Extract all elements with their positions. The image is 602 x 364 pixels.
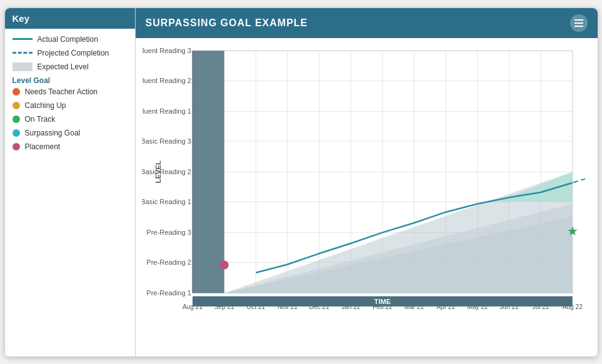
surpassing-dot (13, 129, 20, 137)
expected-level-label: Expected Level (38, 62, 89, 71)
x-axis-label: TIME (374, 297, 391, 305)
y-axis-label: LEVEL (154, 160, 162, 183)
y-label-pr2: Pre-Reading 2 (146, 258, 191, 266)
goal-star: ★ (566, 224, 578, 238)
actual-completion-icon (13, 38, 33, 40)
actual-completion-label: Actual Completion (38, 35, 98, 44)
y-label-br2: Basic Reading 2 (142, 168, 191, 175)
menu-line-3 (574, 26, 583, 27)
y-label-fr1: Fluent Reading 1 (142, 107, 191, 115)
y-label-fr3: Fluent Reading 3 (142, 47, 191, 54)
chart-panel: SURPASSING GOAL EXAMPLE (136, 7, 598, 357)
on-track-dot (13, 116, 20, 123)
key-needs-teacher: Needs Teacher Action (13, 87, 128, 96)
key-projected-completion: Projected Completion (13, 49, 128, 57)
chart-title: SURPASSING GOAL EXAMPLE (146, 17, 308, 29)
needs-teacher-label: Needs Teacher Action (25, 87, 98, 96)
left-bar (193, 51, 224, 293)
chart-svg: Pre-Reading 1 Pre-Reading 2 Pre-Reading … (142, 44, 585, 338)
y-label-fr2: Fluent Reading 2 (142, 77, 191, 84)
projected-completion-label: Projected Completion (38, 49, 109, 57)
placement-dot (13, 143, 20, 150)
surpassing-label: Surpassing Goal (25, 129, 81, 137)
placement-dot (219, 260, 228, 269)
key-title: Key (5, 8, 135, 29)
key-on-track: On Track (13, 115, 128, 124)
chart-header: SURPASSING GOAL EXAMPLE (136, 8, 598, 38)
projected-completion-icon (13, 52, 33, 54)
placement-label: Placement (25, 142, 61, 151)
level-goal-label: Level Goal (13, 76, 128, 85)
key-catching-up: Catching Up (13, 101, 128, 110)
menu-line-1 (574, 19, 583, 21)
key-actual-completion: Actual Completion (13, 35, 128, 44)
y-label-pr3: Pre-Reading 3 (146, 229, 191, 236)
key-placement: Placement (13, 142, 128, 151)
menu-line-2 (574, 22, 583, 24)
main-container: Key Actual Completion Projected Completi… (4, 7, 598, 357)
catching-up-label: Catching Up (25, 101, 66, 110)
y-label-br3: Basic Reading 3 (142, 137, 191, 145)
y-label-br1: Basic Reading 1 (142, 198, 191, 205)
expected-level-icon (13, 62, 33, 71)
catching-up-dot (13, 102, 20, 109)
chart-area: Pre-Reading 1 Pre-Reading 2 Pre-Reading … (136, 38, 598, 357)
key-panel: Key Actual Completion Projected Completi… (4, 7, 136, 357)
needs-teacher-dot (13, 88, 20, 96)
key-expected-level: Expected Level (13, 62, 128, 71)
key-surpassing: Surpassing Goal (13, 129, 128, 137)
y-label-pr1: Pre-Reading 1 (146, 289, 191, 297)
on-track-label: On Track (25, 115, 56, 124)
menu-button[interactable] (570, 14, 588, 32)
